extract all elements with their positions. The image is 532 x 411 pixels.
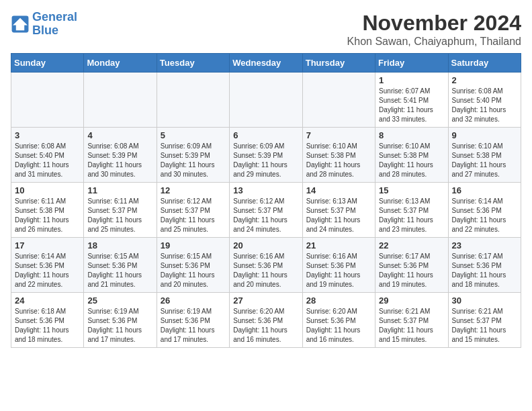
day-info: Sunrise: 6:09 AM Sunset: 5:39 PM Dayligh… — [161, 142, 226, 179]
page-header: GeneralBlue November 2024 Khon Sawan, Ch… — [11, 11, 521, 48]
calendar-cell: 7Sunrise: 6:10 AM Sunset: 5:38 PM Daylig… — [302, 128, 375, 183]
calendar-cell: 3Sunrise: 6:08 AM Sunset: 5:40 PM Daylig… — [11, 128, 84, 183]
calendar-cell: 2Sunrise: 6:08 AM Sunset: 5:40 PM Daylig… — [448, 73, 521, 128]
day-number: 22 — [379, 240, 444, 250]
day-info: Sunrise: 6:19 AM Sunset: 5:36 PM Dayligh… — [161, 307, 226, 345]
calendar-cell: 26Sunrise: 6:19 AM Sunset: 5:36 PM Dayli… — [157, 293, 229, 348]
day-number: 26 — [161, 295, 226, 306]
calendar-cell: 16Sunrise: 6:14 AM Sunset: 5:36 PM Dayli… — [448, 183, 521, 238]
day-info: Sunrise: 6:08 AM Sunset: 5:40 PM Dayligh… — [452, 87, 517, 124]
day-number: 17 — [15, 240, 80, 250]
day-info: Sunrise: 6:14 AM Sunset: 5:36 PM Dayligh… — [452, 197, 517, 234]
day-info: Sunrise: 6:15 AM Sunset: 5:36 PM Dayligh… — [87, 252, 152, 289]
logo-icon — [11, 15, 30, 34]
weekday-header: Sunday — [11, 54, 84, 73]
calendar-cell: 10Sunrise: 6:11 AM Sunset: 5:38 PM Dayli… — [11, 183, 84, 238]
day-info: Sunrise: 6:07 AM Sunset: 5:41 PM Dayligh… — [379, 87, 444, 124]
calendar-cell: 21Sunrise: 6:16 AM Sunset: 5:36 PM Dayli… — [302, 238, 375, 293]
day-info: Sunrise: 6:08 AM Sunset: 5:39 PM Dayligh… — [87, 142, 152, 179]
calendar-cell — [157, 73, 229, 128]
weekday-header: Saturday — [448, 54, 521, 73]
day-number: 2 — [452, 75, 517, 85]
calendar-cell: 13Sunrise: 6:12 AM Sunset: 5:37 PM Dayli… — [230, 183, 302, 238]
day-number: 7 — [306, 130, 371, 140]
weekday-header: Thursday — [302, 54, 375, 73]
day-info: Sunrise: 6:16 AM Sunset: 5:36 PM Dayligh… — [233, 252, 298, 289]
calendar-cell: 19Sunrise: 6:15 AM Sunset: 5:36 PM Dayli… — [157, 238, 229, 293]
day-number: 25 — [87, 295, 152, 306]
calendar-cell: 22Sunrise: 6:17 AM Sunset: 5:36 PM Dayli… — [375, 238, 448, 293]
weekday-header: Wednesday — [230, 54, 302, 73]
calendar-cell: 9Sunrise: 6:10 AM Sunset: 5:38 PM Daylig… — [448, 128, 521, 183]
weekday-header: Monday — [84, 54, 157, 73]
day-number: 20 — [233, 240, 298, 250]
title-block: November 2024 Khon Sawan, Chaiyaphum, Th… — [347, 11, 521, 48]
day-number: 18 — [87, 240, 152, 250]
day-info: Sunrise: 6:13 AM Sunset: 5:37 PM Dayligh… — [379, 197, 444, 234]
day-info: Sunrise: 6:10 AM Sunset: 5:38 PM Dayligh… — [306, 142, 371, 179]
calendar-cell: 14Sunrise: 6:13 AM Sunset: 5:37 PM Dayli… — [302, 183, 375, 238]
weekday-header: Friday — [375, 54, 448, 73]
calendar-cell: 29Sunrise: 6:21 AM Sunset: 5:37 PM Dayli… — [375, 293, 448, 348]
calendar-cell — [302, 73, 375, 128]
day-number: 1 — [379, 75, 444, 85]
day-info: Sunrise: 6:17 AM Sunset: 5:36 PM Dayligh… — [379, 252, 444, 289]
day-number: 12 — [161, 185, 226, 195]
day-number: 24 — [15, 295, 80, 306]
day-info: Sunrise: 6:13 AM Sunset: 5:37 PM Dayligh… — [306, 197, 371, 234]
calendar-cell: 12Sunrise: 6:12 AM Sunset: 5:37 PM Dayli… — [157, 183, 229, 238]
calendar-cell: 24Sunrise: 6:18 AM Sunset: 5:36 PM Dayli… — [11, 293, 84, 348]
calendar-cell: 28Sunrise: 6:20 AM Sunset: 5:36 PM Dayli… — [302, 293, 375, 348]
day-number: 19 — [161, 240, 226, 250]
day-info: Sunrise: 6:12 AM Sunset: 5:37 PM Dayligh… — [161, 197, 226, 234]
day-info: Sunrise: 6:12 AM Sunset: 5:37 PM Dayligh… — [233, 197, 298, 234]
day-info: Sunrise: 6:20 AM Sunset: 5:36 PM Dayligh… — [233, 307, 298, 345]
calendar-cell: 17Sunrise: 6:14 AM Sunset: 5:36 PM Dayli… — [11, 238, 84, 293]
day-info: Sunrise: 6:15 AM Sunset: 5:36 PM Dayligh… — [161, 252, 226, 289]
calendar-cell: 11Sunrise: 6:11 AM Sunset: 5:37 PM Dayli… — [84, 183, 157, 238]
day-number: 30 — [452, 295, 517, 306]
day-number: 23 — [452, 240, 517, 250]
calendar-cell — [11, 73, 84, 128]
logo-text: GeneralBlue — [32, 11, 77, 38]
page-title: November 2024 — [347, 11, 521, 36]
day-info: Sunrise: 6:11 AM Sunset: 5:37 PM Dayligh… — [87, 197, 152, 234]
calendar-cell: 8Sunrise: 6:10 AM Sunset: 5:38 PM Daylig… — [375, 128, 448, 183]
day-number: 10 — [15, 185, 80, 195]
calendar-cell: 23Sunrise: 6:17 AM Sunset: 5:36 PM Dayli… — [448, 238, 521, 293]
day-info: Sunrise: 6:14 AM Sunset: 5:36 PM Dayligh… — [15, 252, 80, 289]
day-number: 28 — [306, 295, 371, 306]
calendar-table: SundayMondayTuesdayWednesdayThursdayFrid… — [11, 53, 521, 348]
day-info: Sunrise: 6:19 AM Sunset: 5:36 PM Dayligh… — [87, 307, 152, 345]
calendar-cell: 25Sunrise: 6:19 AM Sunset: 5:36 PM Dayli… — [84, 293, 157, 348]
day-info: Sunrise: 6:10 AM Sunset: 5:38 PM Dayligh… — [452, 142, 517, 179]
calendar-cell: 4Sunrise: 6:08 AM Sunset: 5:39 PM Daylig… — [84, 128, 157, 183]
calendar-cell: 15Sunrise: 6:13 AM Sunset: 5:37 PM Dayli… — [375, 183, 448, 238]
calendar-cell — [230, 73, 302, 128]
calendar-cell: 5Sunrise: 6:09 AM Sunset: 5:39 PM Daylig… — [157, 128, 229, 183]
day-info: Sunrise: 6:21 AM Sunset: 5:37 PM Dayligh… — [452, 307, 517, 345]
calendar-cell — [84, 73, 157, 128]
day-info: Sunrise: 6:11 AM Sunset: 5:38 PM Dayligh… — [15, 197, 80, 234]
day-info: Sunrise: 6:20 AM Sunset: 5:36 PM Dayligh… — [306, 307, 371, 345]
day-number: 8 — [379, 130, 444, 140]
day-number: 6 — [233, 130, 298, 140]
calendar-cell: 6Sunrise: 6:09 AM Sunset: 5:39 PM Daylig… — [230, 128, 302, 183]
calendar-cell: 20Sunrise: 6:16 AM Sunset: 5:36 PM Dayli… — [230, 238, 302, 293]
day-number: 4 — [87, 130, 152, 140]
calendar-cell: 30Sunrise: 6:21 AM Sunset: 5:37 PM Dayli… — [448, 293, 521, 348]
day-number: 16 — [452, 185, 517, 195]
day-number: 13 — [233, 185, 298, 195]
page-subtitle: Khon Sawan, Chaiyaphum, Thailand — [347, 36, 521, 48]
day-info: Sunrise: 6:09 AM Sunset: 5:39 PM Dayligh… — [233, 142, 298, 179]
calendar-cell: 18Sunrise: 6:15 AM Sunset: 5:36 PM Dayli… — [84, 238, 157, 293]
day-info: Sunrise: 6:10 AM Sunset: 5:38 PM Dayligh… — [379, 142, 444, 179]
day-number: 9 — [452, 130, 517, 140]
day-number: 14 — [306, 185, 371, 195]
logo: GeneralBlue — [11, 11, 77, 38]
calendar-cell: 27Sunrise: 6:20 AM Sunset: 5:36 PM Dayli… — [230, 293, 302, 348]
day-info: Sunrise: 6:16 AM Sunset: 5:36 PM Dayligh… — [306, 252, 371, 289]
day-number: 29 — [379, 295, 444, 306]
day-info: Sunrise: 6:08 AM Sunset: 5:40 PM Dayligh… — [15, 142, 80, 179]
calendar-cell: 1Sunrise: 6:07 AM Sunset: 5:41 PM Daylig… — [375, 73, 448, 128]
